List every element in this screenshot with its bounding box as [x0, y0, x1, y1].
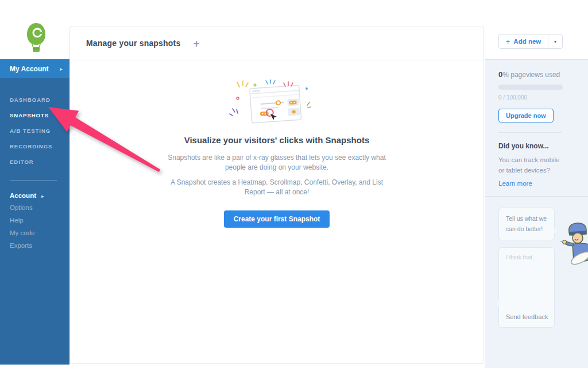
feedback-input[interactable]: I think that... Send feedback — [498, 247, 555, 328]
add-snapshot-plus-icon[interactable]: + — [191, 37, 202, 50]
send-feedback-button[interactable]: Send feedback — [506, 313, 548, 320]
plus-icon: + — [506, 37, 510, 46]
page-title: Manage your snapshots — [86, 39, 180, 48]
sidebar-account-header[interactable]: Account ▸ — [0, 190, 69, 201]
sidebar-nav: DASHBOARD SNAPSHOTS A/B TESTING RECORDIN… — [0, 92, 69, 170]
panel-header: Manage your snapshots + — [70, 26, 483, 60]
sidebar-item-exports[interactable]: Exports — [0, 239, 69, 252]
add-new-split-button: + Add new ▾ — [498, 34, 563, 49]
feedback-prompt-text: Tell us what we can do better! — [506, 215, 547, 232]
account-switcher-label: My Account — [10, 65, 60, 73]
crazyegg-logo[interactable] — [25, 22, 48, 55]
sidebar-account-section: Account ▸ Options Help My code Exports — [0, 190, 69, 252]
sidebar-item-ab-testing[interactable]: A/B TESTING — [0, 123, 69, 139]
pageviews-suffix: % pageviews used — [502, 71, 560, 79]
sidebar-item-my-code[interactable]: My code — [0, 227, 69, 239]
right-panel: 0% pageviews used 0 / 100,000 Upgrade no… — [485, 59, 588, 368]
empty-state-description: Snapshots are like a pair of x-ray glass… — [167, 153, 386, 173]
feedback-prompt-bubble: Tell us what we can do better! — [498, 208, 555, 241]
empty-state-description-2: A Snapshot creates a Heatmap, Scrollmap,… — [167, 178, 386, 198]
snapshots-illustration — [228, 79, 326, 129]
upgrade-now-button[interactable]: Upgrade now — [498, 109, 554, 122]
caret-right-icon: ▸ — [41, 194, 44, 199]
did-you-know-title: Did you know... — [498, 142, 588, 150]
snapshots-panel: Manage your snapshots + — [69, 26, 484, 364]
empty-state: Visualize your visitors' clicks with Sna… — [70, 79, 483, 228]
sidebar-item-options[interactable]: Options — [0, 201, 69, 214]
caret-right-icon: ▸ — [60, 66, 63, 72]
add-new-label: Add new — [513, 38, 541, 45]
pageviews-progress-bar — [498, 85, 563, 90]
pageviews-fraction: 0 / 100,000 — [498, 94, 588, 101]
account-switcher[interactable]: My Account ▸ — [0, 59, 69, 78]
sidebar-item-help[interactable]: Help — [0, 214, 69, 227]
add-new-dropdown-button[interactable]: ▾ — [548, 34, 562, 48]
sidebar-item-recordings[interactable]: RECORDINGS — [0, 139, 69, 154]
sidebar-item-snapshots[interactable]: SNAPSHOTS — [0, 108, 69, 123]
panel-divider — [498, 132, 562, 133]
app-page: My Account ▸ DASHBOARD SNAPSHOTS A/B TES… — [0, 0, 588, 368]
create-first-snapshot-button[interactable]: Create your first Snapshot — [224, 210, 330, 228]
feedback-mascot-illustration — [560, 220, 588, 267]
sidebar-item-dashboard[interactable]: DASHBOARD — [0, 92, 69, 108]
sidebar: My Account ▸ DASHBOARD SNAPSHOTS A/B TES… — [0, 59, 69, 365]
pageviews-usage-label: 0% pageviews used — [498, 70, 588, 79]
empty-state-heading: Visualize your visitors' clicks with Sna… — [70, 135, 483, 145]
sidebar-divider — [10, 180, 57, 181]
sidebar-item-editor[interactable]: EDITOR — [0, 154, 69, 170]
caret-down-icon: ▾ — [554, 39, 556, 44]
feedback-placeholder: I think that... — [506, 254, 547, 260]
did-you-know-body: You can track mobile or tablet devices? — [498, 155, 566, 176]
panel-divider — [485, 196, 588, 197]
add-new-button[interactable]: + Add new — [499, 34, 548, 48]
learn-more-link[interactable]: Learn more — [498, 180, 539, 187]
account-header-label: Account — [10, 192, 36, 199]
